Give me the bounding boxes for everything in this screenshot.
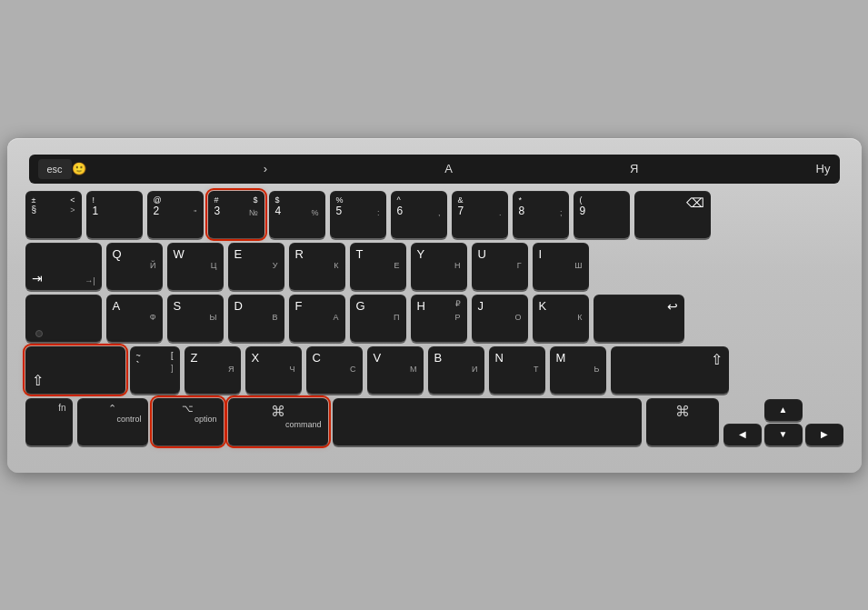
key-option[interactable]: ⌥ option [153,398,224,445]
esc-label: esc [47,164,63,175]
key-4[interactable]: $ 4 % [269,191,325,238]
key-backtick[interactable]: ± < § > [25,191,82,238]
touch-bar-row: esc 🙂 › A Я Ну [25,155,843,184]
key-8[interactable]: * 8 ; [513,191,569,238]
key-3[interactable]: # $ 3 № [208,191,264,238]
key-w[interactable]: W Ц [167,243,224,290]
key-command-right[interactable]: ⌘ [646,398,719,445]
key-ya-touch: Я [630,162,638,175]
key-r[interactable]: R К [289,243,345,290]
zxcv-row: ⇧ ~ [ ` ] Z [25,346,843,394]
key-d[interactable]: D В [228,295,284,342]
key-n[interactable]: N Т [489,346,545,394]
key-backspace[interactable]: ⌫ [634,191,711,238]
key-b[interactable]: B И [428,346,484,394]
key-5[interactable]: % 5 : [330,191,386,238]
key-g[interactable]: G П [350,295,406,342]
key-control[interactable]: ⌃ control [77,398,148,445]
key-e[interactable]: E У [228,243,284,290]
key-arrow-right[interactable]: ▶ [805,424,843,445]
key-c[interactable]: C С [306,346,363,394]
key-shift-right[interactable]: ⇧ [611,346,729,394]
key-q[interactable]: Q Й [106,243,163,290]
key-a-touch: A [444,162,453,175]
key-z[interactable]: Z Я [185,346,241,394]
key-tab[interactable]: ⇥ →| [25,243,102,290]
key-7[interactable]: & 7 . [452,191,508,238]
arrow-cluster: ▲ ◀ ▼ ▶ [723,399,843,445]
qwerty-row: ⇥ →| Q Й W Ц E [25,243,843,290]
keyboard: esc 🙂 › A Я Ну [7,138,862,473]
key-nu-touch: Ну [816,162,831,175]
key-m[interactable]: M Ь [550,346,606,394]
key-9[interactable]: ( 9 [574,191,630,238]
esc-touch-key[interactable]: esc [38,159,72,179]
key-shift-left[interactable]: ⇧ [25,346,125,394]
key-return[interactable]: ↩ [594,295,684,342]
key-x[interactable]: X Ч [245,346,302,394]
key-command[interactable]: ⌘ command [228,398,328,445]
key-fn[interactable]: fn [25,398,73,445]
key-k[interactable]: K К [533,295,589,342]
number-row: ± < § > ! 1 [25,191,843,238]
key-j[interactable]: J О [472,295,528,342]
key-y[interactable]: Y Н [411,243,467,290]
key-arrow-up[interactable]: ▲ [764,399,803,421]
key-a[interactable]: A Ф [106,295,163,342]
key-space[interactable] [333,398,642,445]
key-f[interactable]: F А [289,295,345,342]
key-u[interactable]: U Г [472,243,528,290]
key-v[interactable]: V М [367,346,424,394]
key-i[interactable]: I Ш [533,243,589,290]
key-arrow-down[interactable]: ▼ [764,424,803,445]
key-1[interactable]: ! 1 [86,191,143,238]
key-t[interactable]: T Е [350,243,406,290]
key-backtick2[interactable]: ~ [ ` ] [130,346,180,394]
bottom-row: fn ⌃ control ⌥ option ⌘ comma [25,398,843,445]
chevron-touch: › [264,162,267,175]
emoji-touch-key[interactable]: 🙂 [72,162,86,175]
keyboard-body: ± < § > ! 1 [25,191,843,445]
key-caps[interactable] [25,295,102,342]
emoji-icon: 🙂 [72,162,86,175]
key-s[interactable]: S Ы [167,295,224,342]
asdf-row: A Ф S Ы D В F [25,295,843,342]
key-arrow-left[interactable]: ◀ [723,424,762,445]
key-h[interactable]: H ₽ Р [411,295,467,342]
key-2[interactable]: @ 2 " [147,191,204,238]
key-6[interactable]: ^ 6 , [391,191,447,238]
touch-bar: esc 🙂 › A Я Ну [29,155,840,184]
